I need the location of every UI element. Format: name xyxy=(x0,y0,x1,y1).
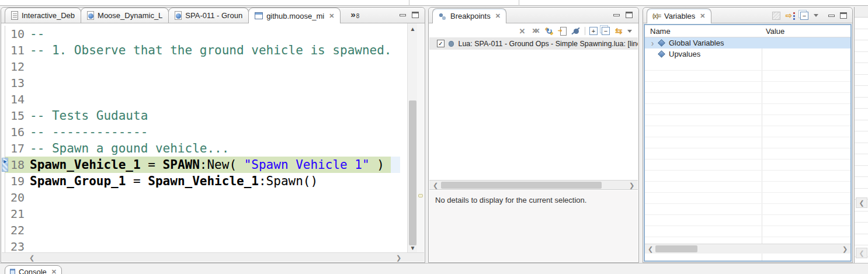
column-header-value[interactable]: Value xyxy=(762,25,784,37)
scrollbar-thumb[interactable] xyxy=(409,100,416,245)
code-line[interactable]: 18Spawn_Vehicle_1 = SPAWN:New( "Spawn Ve… xyxy=(2,157,424,173)
scroll-down-icon[interactable]: ▼ xyxy=(408,244,418,252)
collapse-all-icon[interactable] xyxy=(800,12,808,20)
window-file-icon xyxy=(255,12,263,19)
maximize-icon[interactable] xyxy=(626,12,633,18)
tab-variables[interactable]: (x)= Variables ✕ xyxy=(647,8,711,23)
breakpoints-horizontal-scrollbar[interactable]: ❮ ❯ xyxy=(429,180,638,190)
scroll-left-icon[interactable]: ❮ xyxy=(856,197,867,208)
overview-ruler[interactable] xyxy=(417,23,424,254)
line-number[interactable]: 20 xyxy=(5,190,30,204)
line-number[interactable]: 16 xyxy=(5,125,30,139)
overview-annotation-marker[interactable] xyxy=(418,194,423,197)
partial-table-row xyxy=(855,109,868,120)
show-logical-structure-icon[interactable] xyxy=(786,11,795,20)
code-line[interactable]: 14 xyxy=(2,91,424,107)
line-number[interactable]: 21 xyxy=(5,207,30,221)
scroll-left-icon[interactable]: ❮ xyxy=(856,248,867,258)
tab-interactive-deb[interactable]: Interactive_Deb xyxy=(5,8,81,23)
variable-row[interactable]: ›Upvalues xyxy=(645,48,850,60)
scroll-left-icon[interactable]: ❮ xyxy=(27,254,36,262)
variable-row[interactable]: ›Global Variables xyxy=(645,37,850,48)
line-number[interactable]: 13 xyxy=(5,76,30,90)
variables-horizontal-scrollbar[interactable]: ❮ ❯ xyxy=(645,244,850,254)
line-number[interactable]: 18 xyxy=(5,158,30,172)
minimize-icon[interactable] xyxy=(613,14,620,16)
column-header-name[interactable]: Name xyxy=(645,25,762,37)
code-line[interactable]: 17-- Spawn a gound vehicle... xyxy=(2,140,424,157)
code-line[interactable]: 22 xyxy=(2,222,424,238)
show-type-names-disabled-icon[interactable] xyxy=(772,12,780,20)
code-line[interactable]: 19Spawn_Group_1 = Spawn_Vehicle_1:Spawn(… xyxy=(2,173,424,189)
code-line[interactable]: 10-- xyxy=(2,26,424,42)
scrollbar-thumb[interactable] xyxy=(655,245,697,252)
collapse-all-icon[interactable] xyxy=(602,27,610,35)
scroll-right-icon[interactable]: ❯ xyxy=(627,181,636,189)
line-number[interactable]: 10 xyxy=(5,27,30,41)
breakpoints-icon xyxy=(438,12,447,20)
code-line[interactable]: 20 xyxy=(2,189,424,206)
maximize-icon[interactable] xyxy=(412,12,419,18)
empty-table-row xyxy=(645,171,850,182)
close-icon[interactable]: ✕ xyxy=(495,12,501,20)
tab-label: SPA-011 - Groun xyxy=(185,11,242,20)
scroll-left-icon[interactable]: ❮ xyxy=(646,245,655,253)
link-with-debug-view-icon[interactable] xyxy=(614,26,623,36)
tab-github-moose-mi[interactable]: github.moose_mi✕ xyxy=(248,8,341,23)
line-number[interactable]: 22 xyxy=(5,223,30,237)
tab-breakpoints[interactable]: Breakpoints ✕ xyxy=(432,8,506,23)
skip-all-breakpoints-icon[interactable] xyxy=(571,26,581,36)
chevron-double-icon: » xyxy=(350,9,355,19)
tab-overflow-chevron[interactable]: »8 xyxy=(350,9,359,19)
code-line[interactable]: 21 xyxy=(2,206,424,222)
code-line[interactable]: 23 xyxy=(2,238,424,254)
code-editor[interactable]: 10--11-- 1. Observe that the ground vehi… xyxy=(2,23,424,254)
line-number[interactable]: 19 xyxy=(5,174,30,188)
line-number[interactable]: 23 xyxy=(5,240,30,254)
breakpoints-tab-bar: Breakpoints ✕ xyxy=(429,8,638,23)
code-line[interactable]: 15-- Tests Gudauta xyxy=(2,107,424,124)
scroll-left-icon[interactable]: ❮ xyxy=(431,181,440,189)
tab-spa-011-groun[interactable]: SPA-011 - Groun xyxy=(168,8,249,23)
tab-console[interactable]: Console ✕ xyxy=(5,265,62,274)
code-text: -- 1. Observe that the ground vehicle is… xyxy=(30,43,392,57)
scroll-right-icon[interactable]: ❯ xyxy=(841,245,849,253)
expand-all-icon[interactable] xyxy=(589,27,598,35)
line-number[interactable]: 17 xyxy=(5,141,30,155)
maximize-icon[interactable] xyxy=(840,12,847,19)
minimize-icon[interactable] xyxy=(400,14,406,16)
scrollbar-thumb[interactable] xyxy=(441,182,602,189)
close-icon[interactable]: ✕ xyxy=(329,12,334,20)
code-line[interactable]: 16-- ------------- xyxy=(2,124,424,140)
code-line[interactable]: 12 xyxy=(2,58,424,75)
remove-breakpoint-icon[interactable] xyxy=(518,26,527,36)
view-menu-icon[interactable] xyxy=(627,30,632,33)
view-menu-icon[interactable] xyxy=(814,14,818,17)
breakpoint-row[interactable]: ✓ Lua: SPA-011 - Ground Ops - Simple Spa… xyxy=(429,37,638,50)
code-line[interactable]: 13 xyxy=(2,75,424,91)
show-supported-breakpoints-icon[interactable] xyxy=(544,26,554,36)
code-line[interactable]: 11-- 1. Observe that the ground vehicle … xyxy=(2,42,424,58)
minimize-icon[interactable] xyxy=(828,15,835,17)
remove-all-breakpoints-icon[interactable] xyxy=(531,26,540,36)
code-text: Spawn_Group_1 = Spawn_Vehicle_1:Spawn() xyxy=(30,174,318,188)
partial-table-row xyxy=(855,18,868,29)
breakpoint-details-pane: No details to display for the current se… xyxy=(429,190,638,262)
editor-vertical-scrollbar[interactable]: ▲ ▼ xyxy=(407,23,417,254)
line-number[interactable]: 14 xyxy=(5,92,30,106)
close-icon[interactable]: ✕ xyxy=(51,268,57,274)
breakpoint-checkbox[interactable]: ✓ xyxy=(437,40,445,47)
scroll-up-icon[interactable]: ▲ xyxy=(408,25,418,33)
line-number[interactable]: 12 xyxy=(5,60,30,74)
scroll-right-icon[interactable]: ❯ xyxy=(394,254,403,262)
expand-chevron-icon[interactable]: › xyxy=(648,39,657,48)
breakpoints-list[interactable]: ✓ Lua: SPA-011 - Ground Ops - Simple Spa… xyxy=(429,37,638,180)
tab-moose-dynamic-l[interactable]: Moose_Dynamic_L xyxy=(81,8,169,23)
close-icon[interactable]: ✕ xyxy=(700,12,705,20)
code-text: -- Tests Gudauta xyxy=(30,109,148,123)
editor-horizontal-scrollbar[interactable]: ❮ ❯ xyxy=(2,252,424,262)
token-global: Spawn_Vehicle_1 xyxy=(148,174,259,188)
line-number[interactable]: 15 xyxy=(5,109,30,123)
goto-file-for-breakpoint-icon[interactable] xyxy=(558,26,567,36)
line-number[interactable]: 11 xyxy=(5,43,30,57)
